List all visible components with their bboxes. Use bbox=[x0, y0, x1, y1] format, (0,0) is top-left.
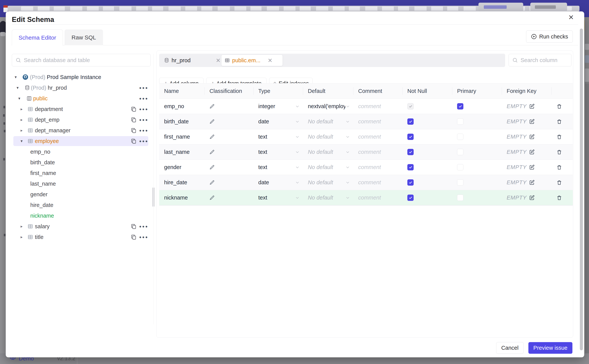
comment-field[interactable]: comment bbox=[353, 103, 402, 110]
tree-item-table-dept-manager[interactable]: ▸ dept_manager ●●● bbox=[12, 125, 151, 136]
edit-foreign-key-icon[interactable] bbox=[529, 104, 535, 109]
panel-resize-handle[interactable] bbox=[154, 188, 154, 207]
type-select[interactable]: text bbox=[253, 149, 303, 155]
not-null-checkbox[interactable] bbox=[407, 195, 414, 201]
more-actions-icon[interactable]: ●●● bbox=[139, 86, 147, 90]
primary-checkbox[interactable] bbox=[457, 164, 463, 170]
delete-row-icon[interactable] bbox=[556, 119, 562, 124]
delete-row-icon[interactable] bbox=[556, 134, 562, 140]
classification-edit-icon[interactable] bbox=[205, 150, 253, 155]
close-icon[interactable]: ✕ bbox=[216, 57, 221, 64]
delete-row-icon[interactable] bbox=[556, 149, 562, 155]
more-actions-icon[interactable]: ●●● bbox=[139, 139, 147, 143]
edit-foreign-key-icon[interactable] bbox=[529, 119, 535, 124]
not-null-checkbox[interactable] bbox=[407, 179, 414, 186]
chevron-right-icon[interactable]: ▸ bbox=[20, 235, 23, 239]
chevron-down-icon[interactable]: ▾ bbox=[18, 96, 20, 101]
column-name[interactable]: birth_date bbox=[159, 118, 205, 125]
tree-item-column-gender[interactable]: gender bbox=[12, 189, 151, 200]
database-search[interactable] bbox=[12, 54, 151, 66]
default-select[interactable]: No default bbox=[303, 118, 353, 125]
tab-raw-sql[interactable]: Raw SQL bbox=[65, 30, 103, 45]
chevron-right-icon[interactable]: ▸ bbox=[20, 128, 23, 133]
default-select[interactable]: No default bbox=[303, 164, 353, 170]
chevron-right-icon[interactable]: ▸ bbox=[20, 117, 23, 122]
primary-checkbox[interactable] bbox=[457, 195, 463, 201]
more-actions-icon[interactable]: ●●● bbox=[139, 224, 147, 229]
default-select[interactable]: No default bbox=[303, 195, 353, 201]
column-name[interactable]: emp_no bbox=[159, 103, 205, 110]
tab-chip-database[interactable]: hr_prod ✕ bbox=[162, 55, 222, 66]
comment-field[interactable]: comment bbox=[353, 164, 402, 170]
cancel-button[interactable]: Cancel bbox=[496, 342, 524, 354]
edit-foreign-key-icon[interactable] bbox=[529, 164, 535, 170]
comment-field[interactable]: comment bbox=[353, 179, 402, 186]
more-actions-icon[interactable]: ●●● bbox=[139, 118, 147, 122]
tree-item-table-department[interactable]: ▸ department ●●● bbox=[12, 104, 151, 114]
tree-item-table-title[interactable]: ▸ title ●●● bbox=[12, 232, 151, 242]
tree-item-instance[interactable]: ▾ (Prod)Prod Sample Instance bbox=[12, 72, 151, 82]
classification-edit-icon[interactable] bbox=[205, 134, 253, 140]
primary-checkbox[interactable] bbox=[457, 118, 463, 125]
edit-foreign-key-icon[interactable] bbox=[529, 134, 535, 140]
default-select[interactable]: No default bbox=[303, 179, 353, 186]
primary-checkbox[interactable] bbox=[457, 103, 463, 110]
chevron-down-icon[interactable]: ▾ bbox=[15, 75, 17, 79]
type-select[interactable]: date bbox=[253, 179, 303, 186]
classification-edit-icon[interactable] bbox=[205, 104, 253, 109]
type-select[interactable]: date bbox=[253, 118, 303, 125]
not-null-checkbox[interactable] bbox=[407, 103, 414, 110]
delete-row-icon[interactable] bbox=[556, 104, 562, 109]
tree-item-column-last-name[interactable]: last_name bbox=[12, 178, 151, 189]
tree-item-column-birth-date[interactable]: birth_date bbox=[12, 157, 151, 168]
tree-item-table-dept-emp[interactable]: ▸ dept_emp ●●● bbox=[12, 114, 151, 125]
copy-icon[interactable] bbox=[131, 223, 137, 231]
classification-edit-icon[interactable] bbox=[205, 165, 253, 170]
chevron-right-icon[interactable]: ▸ bbox=[20, 224, 23, 229]
more-actions-icon[interactable]: ●●● bbox=[139, 235, 147, 239]
classification-edit-icon[interactable] bbox=[205, 180, 253, 185]
type-select[interactable]: integer bbox=[253, 103, 303, 110]
classification-edit-icon[interactable] bbox=[205, 119, 253, 124]
type-select[interactable]: text bbox=[253, 134, 303, 140]
classification-edit-icon[interactable] bbox=[205, 195, 253, 201]
chevron-right-icon[interactable]: ▸ bbox=[20, 107, 23, 111]
tab-chip-table-active[interactable]: public.em... ✕ bbox=[221, 55, 283, 66]
column-name[interactable]: gender bbox=[159, 164, 205, 170]
type-select[interactable]: text bbox=[253, 195, 303, 201]
not-null-checkbox[interactable] bbox=[407, 164, 414, 170]
column-search[interactable] bbox=[509, 54, 571, 66]
type-select[interactable]: text bbox=[253, 164, 303, 170]
edit-foreign-key-icon[interactable] bbox=[529, 180, 535, 185]
tree-item-column-nickname[interactable]: nickname bbox=[12, 210, 151, 221]
close-icon[interactable]: ✕ bbox=[268, 57, 272, 64]
tree-item-column-hire-date[interactable]: hire_date bbox=[12, 200, 151, 210]
more-actions-icon[interactable]: ●●● bbox=[139, 96, 147, 101]
tab-schema-editor[interactable]: Schema Editor bbox=[12, 30, 63, 46]
copy-icon[interactable] bbox=[131, 234, 137, 241]
copy-icon[interactable] bbox=[131, 127, 137, 135]
modal-scrollbar[interactable] bbox=[580, 29, 583, 350]
column-name[interactable]: last_name bbox=[159, 149, 205, 155]
default-select[interactable]: nextval('employ bbox=[303, 103, 353, 110]
tree-item-column-emp-no[interactable]: emp_no bbox=[12, 146, 151, 157]
copy-icon[interactable] bbox=[131, 117, 137, 124]
edit-foreign-key-icon[interactable] bbox=[529, 195, 535, 201]
column-name[interactable]: nickname bbox=[159, 195, 205, 201]
tree-item-table-salary[interactable]: ▸ salary ●●● bbox=[12, 221, 151, 232]
page-scrollbar[interactable] bbox=[585, 84, 589, 353]
close-icon[interactable]: × bbox=[566, 12, 576, 22]
copy-icon[interactable] bbox=[131, 138, 137, 145]
delete-row-icon[interactable] bbox=[556, 180, 562, 185]
not-null-checkbox[interactable] bbox=[407, 134, 414, 140]
panel-resize-handle[interactable] bbox=[153, 188, 153, 207]
comment-field[interactable]: comment bbox=[353, 149, 402, 155]
primary-checkbox[interactable] bbox=[457, 149, 463, 155]
primary-checkbox[interactable] bbox=[457, 134, 463, 140]
tree-item-schema[interactable]: ▾ public ●●● bbox=[12, 93, 151, 104]
chevron-down-icon[interactable]: ▾ bbox=[20, 139, 23, 143]
copy-icon[interactable] bbox=[131, 106, 137, 113]
comment-field[interactable]: comment bbox=[353, 118, 402, 125]
default-select[interactable]: No default bbox=[303, 149, 353, 155]
not-null-checkbox[interactable] bbox=[407, 118, 414, 125]
